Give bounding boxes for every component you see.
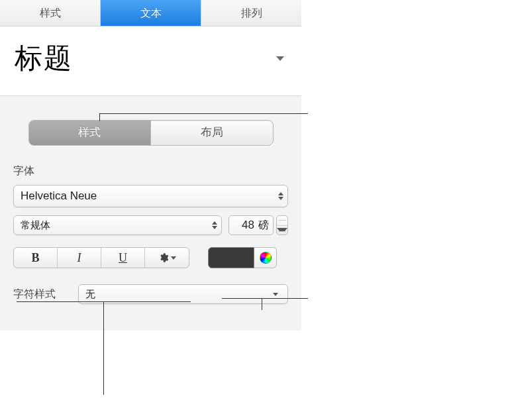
inspector-tabs: 样式 文本 排列: [0, 0, 301, 26]
font-weight-dropdown[interactable]: 常规体: [13, 215, 222, 235]
chevron-up-icon: [277, 220, 287, 221]
advanced-options-button[interactable]: [145, 248, 189, 268]
font-size-unit: 磅: [257, 219, 273, 233]
color-wheel-icon: [260, 252, 272, 264]
chevron-down-icon: [273, 293, 278, 296]
updown-icon: [278, 192, 283, 200]
text-color-swatch[interactable]: [208, 247, 254, 268]
italic-icon: I: [77, 251, 81, 265]
paragraph-style-title: 标题: [15, 40, 73, 77]
callout-line: [103, 302, 104, 395]
callout-line: [262, 298, 262, 310]
gear-icon: [158, 252, 169, 263]
tab-text[interactable]: 文本: [101, 0, 201, 26]
font-family-dropdown[interactable]: Helvetica Neue: [13, 185, 288, 207]
callout-line: [222, 298, 308, 299]
bold-button[interactable]: B: [14, 248, 58, 268]
tab-style[interactable]: 样式: [0, 0, 101, 26]
font-size-value: 48: [229, 219, 257, 232]
chevron-down-icon: [171, 256, 176, 260]
tab-arrange[interactable]: 排列: [201, 0, 301, 26]
underline-icon: U: [119, 251, 127, 265]
text-subtabs: 样式 布局: [28, 120, 274, 146]
color-picker-button[interactable]: [254, 247, 277, 268]
italic-button[interactable]: I: [58, 248, 101, 268]
callout-line: [99, 113, 308, 121]
font-weight-value: 常规体: [21, 219, 50, 232]
paragraph-style-selector[interactable]: 标题: [0, 26, 301, 96]
font-size-step-up[interactable]: [277, 216, 287, 226]
character-style-value: 无: [85, 288, 95, 301]
font-size-field[interactable]: 48 磅: [228, 215, 274, 235]
text-style-button-group: B I U: [13, 247, 189, 268]
font-section-label: 字体: [13, 164, 288, 178]
chevron-down-icon: [276, 56, 284, 61]
subtab-style[interactable]: 样式: [29, 121, 152, 145]
character-style-label: 字符样式: [13, 288, 56, 301]
font-size-stepper: [276, 215, 288, 235]
font-family-value: Helvetica Neue: [21, 189, 97, 203]
subtab-layout[interactable]: 布局: [151, 121, 273, 145]
bold-icon: B: [31, 251, 39, 265]
chevron-down-icon: [277, 228, 287, 232]
font-size-step-down[interactable]: [277, 226, 287, 235]
underline-button[interactable]: U: [101, 248, 145, 268]
updown-icon: [212, 221, 217, 229]
